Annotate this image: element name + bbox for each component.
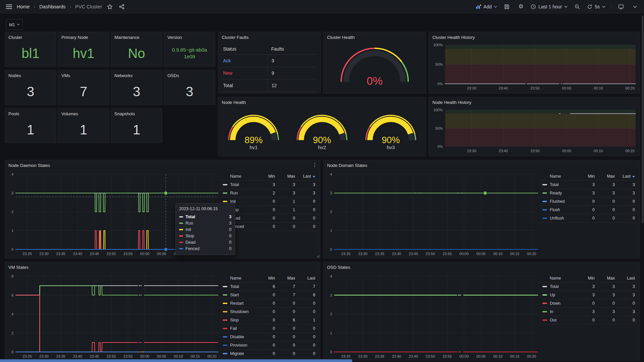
panel-title[interactable]: Node Health [218,97,426,107]
legend-series-toggle[interactable]: Run [220,191,258,195]
panel-title[interactable]: Cluster Health History [429,32,640,42]
template-variable-dropdown[interactable]: bl1 [6,19,23,30]
legend-series-toggle[interactable]: Ready [540,191,577,195]
faults-col-faults[interactable]: Faults [268,46,317,52]
panel-title[interactable]: Volumes [58,109,109,119]
legend-series-toggle[interactable]: Up [540,293,577,297]
panel-resize-handle[interactable] [316,254,319,257]
kiosk-monitor-icon[interactable] [616,2,625,11]
panel-title[interactable]: Pools [5,109,56,119]
legend-col-max[interactable]: Max [278,174,298,179]
panel-title[interactable]: Maintenance [111,32,162,42]
node-domain-states-chart[interactable]: 0123423:2523:3023:3523:4023:4523:5023:55… [326,172,540,257]
legend-series-toggle[interactable]: Fail [220,326,258,331]
legend-series-toggle[interactable]: Start [220,293,258,297]
refresh-picker[interactable]: 5s [587,4,605,9]
time-range-picker[interactable]: Last 1 hour [531,4,568,9]
svg-text:100%: 100% [433,43,443,47]
legend-col-last[interactable]: Last [618,276,638,281]
cluster-health-history-chart[interactable]: 0%50%100%23:3023:4023:5000:0000:1000:20 [432,42,638,92]
panel-menu-icon[interactable]: ⋮ [312,162,317,168]
share-icon[interactable] [117,2,126,11]
legend-value: 6 [278,318,298,322]
legend-col-name[interactable]: Name [220,174,258,179]
panel-title[interactable]: Snapshots [111,109,162,119]
panel-title[interactable]: Cluster Faults [218,32,320,42]
legend-value: 3 [278,182,298,187]
settings-gear-icon[interactable]: ⚙ [517,2,525,11]
legend-series-toggle[interactable]: Disable [220,335,258,339]
legend-col-last[interactable]: Last [298,276,318,281]
panel-title[interactable]: VM States [5,262,320,272]
series-color-swatch [542,192,547,194]
panel-title[interactable]: Nodes [5,70,56,80]
legend-col-name[interactable]: Name [220,276,258,281]
legend-col-min[interactable]: Min [258,276,278,281]
chevron-down-icon [494,6,497,7]
legend-series-toggle[interactable]: Flushed [540,199,577,204]
legend-series-toggle[interactable]: Stop [220,318,258,322]
svg-text:00:00: 00:00 [562,149,572,153]
osd-states-chart[interactable]: 0123423:2523:3023:3523:4023:4523:5023:55… [326,274,540,360]
panel-title[interactable]: Networks [111,70,162,80]
panel-title[interactable]: VMs [58,70,109,80]
legend-series-toggle[interactable]: Restart [220,301,258,306]
hamburger-menu-icon[interactable] [5,2,13,11]
stat-value: 3 [133,84,140,99]
legend-col-last[interactable]: Last [618,174,638,179]
panel-title[interactable]: Node Daemon States [5,160,320,170]
node-health-history-chart[interactable]: 0%50%100%23:3023:4023:5000:0000:1000:20 [432,107,638,155]
legend-col-name[interactable]: Name [540,174,577,179]
panel-title[interactable]: Primary Node [58,32,109,42]
legend-col-min[interactable]: Min [577,276,597,281]
breadcrumb-home[interactable]: Home [17,4,30,9]
legend-col-name[interactable]: Name [540,276,577,281]
save-dashboard-icon[interactable] [502,2,511,11]
legend-series-toggle[interactable]: Total [220,284,258,289]
sort-chevron-icon [632,176,635,178]
vertical-scrollbar-thumb[interactable] [642,15,644,223]
legend-col-max[interactable]: Max [597,276,618,281]
legend-series-toggle[interactable]: Flush [540,207,577,212]
legend-series-toggle[interactable]: Total [540,284,577,289]
legend-value: 3 [278,191,298,195]
legend-col-min[interactable]: Min [258,174,278,179]
svg-text:23:40: 23:40 [73,252,83,256]
chevron-down-icon [565,6,567,7]
legend-series-toggle[interactable]: Migrate [220,351,258,356]
panel-title[interactable]: Cluster Health [324,32,426,42]
panel-title[interactable]: OSDs [164,70,215,80]
legend-col-min[interactable]: Min [577,174,597,179]
zoom-out-icon[interactable] [573,2,582,11]
panel-title[interactable]: OSD States [324,262,640,272]
legend-series-toggle[interactable]: Out [540,318,577,322]
legend-series-toggle[interactable]: Total [220,182,258,187]
legend-value: 0 [258,343,278,348]
svg-text:00:20: 00:20 [527,354,536,358]
breadcrumb-dashboards[interactable]: Dashboards [39,4,65,9]
legend-series-toggle[interactable]: In [540,309,577,314]
legend-series-toggle[interactable]: Provision [220,343,258,348]
legend-series-toggle[interactable]: Down [540,301,577,306]
svg-text:00:05: 00:05 [157,354,166,358]
panel-title[interactable]: Node Health History [429,97,640,107]
legend-col-last[interactable]: Last [298,174,318,179]
legend-series-toggle[interactable]: Shutdown [220,309,258,314]
panel-title[interactable]: Cluster [5,32,56,42]
stat-value: 1 [80,122,87,137]
legend-row: Total333 [540,181,638,189]
series-color-swatch [223,286,227,287]
panel-title[interactable]: Version [164,32,215,42]
svg-text:23:55: 23:55 [123,252,133,256]
nav-more-chevron-icon[interactable] [631,2,639,11]
faults-col-status[interactable]: Status [222,46,268,52]
add-button[interactable]: Add [476,4,497,9]
legend-col-max[interactable]: Max [278,276,298,281]
legend-series-toggle[interactable]: Unflush [540,216,577,221]
legend-series-toggle[interactable]: Total [540,182,577,187]
legend-col-max[interactable]: Max [597,174,618,179]
panel-title[interactable]: Node Domain States [324,160,640,170]
vm-states-chart[interactable]: 0246823:2523:3023:3523:4023:4523:5023:55… [7,274,220,360]
favorite-star-icon[interactable] [105,2,114,11]
series-color-swatch [542,218,547,219]
